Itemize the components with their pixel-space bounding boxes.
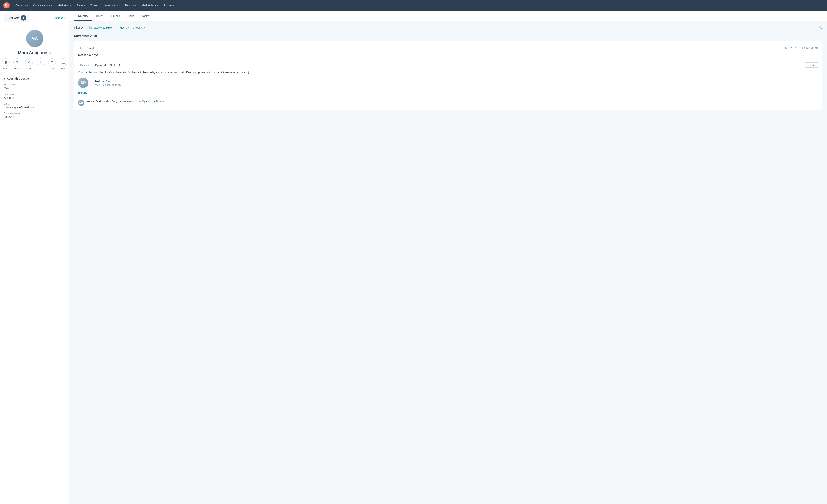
card-type: Email bbox=[87, 46, 94, 50]
actions-chevron-icon: ▾ bbox=[64, 16, 65, 19]
svg-point-0 bbox=[3, 2, 10, 8]
company-name-label: Company name bbox=[4, 112, 65, 115]
email-label: Email bbox=[14, 67, 20, 70]
users-filter-button[interactable]: All users ▾ bbox=[116, 26, 129, 29]
actions-button[interactable]: Actions ▾ bbox=[54, 16, 65, 19]
teams-filter-button[interactable]: All teams ▾ bbox=[132, 26, 145, 29]
filter-by-label: Filter by: bbox=[74, 26, 84, 29]
opened-badge: Opened bbox=[78, 63, 91, 67]
reply-row: ND Natalie Davis to Marc Amigone, andrea… bbox=[78, 97, 818, 106]
users-filter-chevron-icon: ▾ bbox=[128, 27, 129, 29]
meet-button[interactable]: Meet bbox=[60, 58, 67, 70]
avatar: MA bbox=[26, 30, 43, 47]
nav-automation-chevron: ▾ bbox=[119, 4, 120, 7]
first-name-field: First name Marc ⊞ bbox=[4, 83, 65, 90]
back-chevron-icon: ‹ bbox=[6, 16, 7, 19]
user-icon bbox=[21, 15, 26, 20]
search-icon[interactable]: 🔍 bbox=[818, 26, 822, 30]
card-divider bbox=[78, 59, 818, 60]
activity-filter-label: Filter activity (18/39) bbox=[88, 26, 112, 29]
call-button[interactable]: ✆ Call bbox=[25, 58, 33, 70]
reply-info: Natalie Davis to Marc Amigone, andreasac… bbox=[87, 100, 165, 103]
svg-point-1 bbox=[7, 5, 7, 6]
tab-tasks[interactable]: Tasks bbox=[138, 11, 153, 21]
expand-link[interactable]: Expand bbox=[78, 91, 818, 94]
hubspot-logo[interactable] bbox=[3, 2, 10, 9]
nav-marketing[interactable]: Marketing ▾ bbox=[55, 2, 74, 8]
tab-activity[interactable]: Activity bbox=[74, 11, 92, 21]
clicks-stat: Clicks: 0 bbox=[110, 63, 120, 67]
opens-value: 4 bbox=[104, 63, 106, 67]
nav-partner-chevron: ▾ bbox=[173, 4, 174, 7]
first-name-value: Marc bbox=[4, 87, 10, 90]
sender-name: Natalie Davis bbox=[95, 79, 121, 83]
email-value: marcamigone@gmail.com bbox=[4, 106, 35, 109]
nav-marketplace[interactable]: Marketplace ▾ bbox=[139, 2, 160, 8]
card-timestamp: Nov 28, 2018 at 9:14 AM EST bbox=[785, 47, 818, 50]
nav-partner[interactable]: Partner ▾ bbox=[161, 2, 176, 8]
note-icon bbox=[2, 58, 10, 66]
note-button[interactable]: Note bbox=[2, 58, 10, 70]
activity-card-email: ✉ Email Nov 28, 2018 at 9:14 AM EST Re: … bbox=[74, 41, 822, 110]
action-buttons: Note ✉ Email ✆ Call + Log bbox=[2, 58, 67, 70]
nav-sales[interactable]: Sales ▾ bbox=[74, 2, 87, 8]
nav-contacts[interactable]: Contacts ▾ bbox=[13, 2, 30, 8]
about-section: ▾ About this contact First name Marc ⊞ L… bbox=[0, 74, 69, 125]
about-title: About this contact bbox=[7, 77, 31, 80]
email-button[interactable]: ✉ Email bbox=[13, 58, 21, 70]
last-name-field: Last name Amigone bbox=[4, 93, 65, 99]
svg-rect-5 bbox=[62, 61, 65, 63]
tab-notes[interactable]: Notes bbox=[92, 11, 107, 21]
nav-conversations[interactable]: Conversations ▾ bbox=[31, 2, 54, 8]
nav-contacts-chevron: ▾ bbox=[27, 4, 28, 7]
sender-avatar-image: ND bbox=[78, 78, 89, 88]
tab-calls[interactable]: Calls bbox=[124, 11, 138, 21]
nav-sales-chevron: ▾ bbox=[84, 4, 85, 7]
clicks-value: 0 bbox=[118, 63, 120, 67]
left-sidebar: ‹ Contacts Actions ▾ MA Marc Amigone ✎ bbox=[0, 11, 69, 504]
card-body-text: Congratulations, Marc!! He's so beautifu… bbox=[78, 70, 818, 74]
clicks-label: Clicks: bbox=[110, 63, 118, 67]
edit-icon[interactable]: ✎ bbox=[49, 51, 51, 55]
nav-tickets[interactable]: Tickets bbox=[88, 2, 101, 8]
note-label: Note bbox=[3, 67, 8, 70]
nav-marketing-chevron: ▾ bbox=[70, 4, 71, 7]
month-header: November 2018 bbox=[74, 34, 822, 38]
company-name-value: IMPACT bbox=[4, 115, 14, 119]
avatar-image: MA bbox=[26, 30, 43, 47]
log-button[interactable]: + Log bbox=[37, 58, 44, 70]
opens-stat: Opens: 4 bbox=[95, 63, 106, 67]
nav-reports[interactable]: Reports ▾ bbox=[123, 2, 139, 8]
contacts-back-button[interactable]: ‹ Contacts bbox=[4, 14, 29, 22]
nav-automation[interactable]: Automation ▾ bbox=[102, 2, 122, 8]
back-label: Contacts bbox=[9, 16, 19, 19]
svg-rect-3 bbox=[51, 62, 53, 62]
nav-conversations-chevron: ▾ bbox=[51, 4, 52, 7]
last-name-label: Last name bbox=[4, 93, 65, 96]
card-header: ✉ Email Nov 28, 2018 at 9:14 AM EST bbox=[78, 45, 818, 51]
email-field: Email marcamigone@gmail.com bbox=[4, 102, 65, 109]
task-button[interactable]: Task bbox=[48, 58, 56, 70]
details-button[interactable]: Details bbox=[805, 62, 818, 67]
main-layout: ‹ Contacts Actions ▾ MA Marc Amigone ✎ bbox=[0, 11, 827, 504]
search-button[interactable]: 🔍 bbox=[818, 26, 822, 30]
last-name-value: Amigone bbox=[4, 96, 14, 99]
activity-filter-button[interactable]: Filter activity (18/39) ▾ bbox=[88, 26, 113, 29]
sender-info: Natalie Davis Vice President of Talent bbox=[95, 79, 121, 86]
card-header-left: ✉ Email bbox=[78, 45, 94, 51]
teams-filter-label: All teams bbox=[132, 26, 143, 29]
meet-icon bbox=[60, 58, 67, 66]
log-icon: + bbox=[37, 58, 44, 66]
tab-emails[interactable]: Emails bbox=[107, 11, 124, 21]
reply-avatar-image: ND bbox=[78, 100, 84, 106]
contact-profile: MA Marc Amigone ✎ Note ✉ Email ✆ bbox=[0, 25, 69, 74]
filter-bar: Filter by: Filter activity (18/39) ▾ All… bbox=[74, 26, 822, 30]
call-icon: ✆ bbox=[25, 58, 33, 66]
reply-details-link[interactable]: Details bbox=[156, 100, 164, 103]
right-content: Activity Notes Emails Calls Tasks Filter… bbox=[69, 11, 827, 504]
about-header[interactable]: ▾ About this contact bbox=[4, 77, 65, 80]
nav-reports-chevron: ▾ bbox=[135, 4, 136, 7]
reply-to-text: to Marc Amigone, andreasachdeva@gmail.co… bbox=[103, 100, 155, 103]
opens-label: Opens: bbox=[95, 63, 104, 67]
call-label: Call bbox=[27, 67, 31, 70]
